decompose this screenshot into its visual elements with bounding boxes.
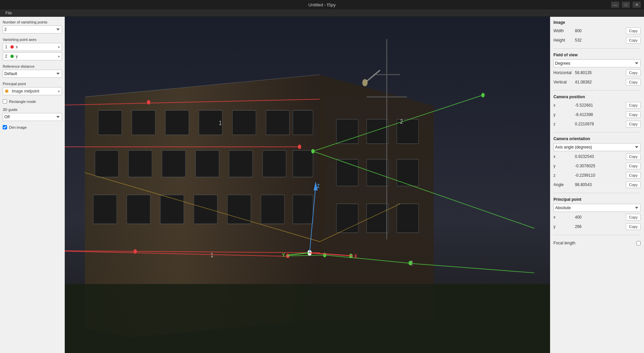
svg-rect-10 <box>266 110 289 135</box>
orient-y-value: -0.3078025 <box>575 164 625 168</box>
copy-orient-x-button[interactable]: Copy <box>626 153 641 160</box>
vertical-label: Vertical <box>553 80 574 84</box>
divider-4 <box>553 193 641 193</box>
svg-rect-24 <box>261 195 284 224</box>
principal-point-row: Image midpoint ▾ <box>3 87 62 95</box>
guide-3d-select[interactable]: Off On <box>3 113 62 121</box>
orient-x-row: x 0.9232543 Copy <box>553 153 641 161</box>
copy-vertical-button[interactable]: Copy <box>626 79 641 85</box>
horizontal-label: Horizontal <box>553 70 574 75</box>
copy-cam-z-button[interactable]: Copy <box>626 121 641 127</box>
copy-pp-x-button[interactable]: Copy <box>626 214 641 221</box>
dim-image-row: Dim image <box>3 125 62 129</box>
num-vp-section: Number of vanishing points 2 1 3 <box>3 20 62 34</box>
minimize-button[interactable]: — <box>611 2 619 8</box>
svg-rect-16 <box>229 151 253 177</box>
svg-text:X: X <box>354 253 357 259</box>
copy-orient-z-button[interactable]: Copy <box>626 172 641 179</box>
canvas-area[interactable]: 1 1 2 2 <box>65 17 550 353</box>
orient-angle-value: 98.80543 <box>575 182 625 187</box>
axis1-row: 1 x ▾ <box>3 43 62 51</box>
scene-svg: 1 1 2 2 <box>65 17 550 353</box>
svg-rect-13 <box>128 151 152 177</box>
horizontal-row: Horizontal 58.80135 Copy <box>553 69 641 77</box>
width-row: Width 800 Copy <box>553 27 641 35</box>
principal-mode-select[interactable]: Absolute Relative <box>553 204 641 212</box>
svg-rect-22 <box>194 195 217 224</box>
copy-cam-y-button[interactable]: Copy <box>626 111 641 118</box>
pp-dot <box>5 90 8 93</box>
orient-y-row: y -0.3078025 Copy <box>553 162 641 170</box>
fov-section: Field of view Degrees Radians Horizontal… <box>553 53 641 86</box>
camera-pos-title: Camera position <box>553 95 641 99</box>
cam-z-label: z <box>553 122 574 126</box>
copy-cam-x-button[interactable]: Copy <box>626 102 641 109</box>
svg-text:2: 2 <box>400 118 403 125</box>
close-button[interactable]: ✕ <box>633 2 641 8</box>
axis2-num: 2 <box>5 54 8 59</box>
pp-x-label: x <box>553 215 574 220</box>
svg-rect-40 <box>65 284 550 353</box>
orient-z-value: -0.2299110 <box>575 173 625 178</box>
horizontal-value: 58.80135 <box>575 70 625 75</box>
svg-point-56 <box>311 149 315 154</box>
focal-length-label: Focal length <box>553 241 634 245</box>
rect-mode-checkbox[interactable] <box>3 99 7 104</box>
pp-y-value: 266 <box>575 224 625 229</box>
svg-rect-34 <box>397 204 419 233</box>
height-label: Height <box>553 38 574 43</box>
maximize-button[interactable]: □ <box>622 2 630 8</box>
orient-angle-row: Angle 98.80543 Copy <box>553 181 641 189</box>
principal-point-label: Principal point <box>3 82 62 86</box>
num-vp-select[interactable]: 2 1 3 <box>3 25 62 34</box>
rect-mode-row: Rectangle mode <box>3 99 62 104</box>
cam-z-row: z 0.2210978 Copy <box>553 120 641 128</box>
dim-image-label: Dim image <box>9 125 27 129</box>
camera-position-section: Camera position x -5.522661 Copy y -8.41… <box>553 95 641 128</box>
axis2-row: 2 y ▾ <box>3 52 62 60</box>
window-title: Untitled - fSpy <box>308 2 336 7</box>
width-label: Width <box>553 28 574 33</box>
rect-mode-section: Rectangle mode <box>3 99 62 104</box>
orient-mode-select[interactable]: Axis angle (degrees) Euler angles <box>553 143 641 151</box>
num-vp-label: Number of vanishing points <box>3 20 62 24</box>
svg-text:Y: Y <box>282 252 285 258</box>
main-layout: Number of vanishing points 2 1 3 Vanishi… <box>0 17 644 353</box>
axis1-label: x <box>16 45 56 49</box>
divider-1 <box>553 48 641 49</box>
copy-horizontal-button[interactable]: Copy <box>626 69 641 76</box>
dim-image-section: Dim image <box>3 125 62 129</box>
cam-x-row: x -5.522661 Copy <box>553 101 641 109</box>
copy-pp-y-button[interactable]: Copy <box>626 223 641 230</box>
menu-file[interactable]: File <box>3 10 14 16</box>
divider-3 <box>553 132 641 132</box>
principal-point-rp-title: Principal point <box>553 197 641 202</box>
focal-length-checkbox[interactable] <box>636 241 641 245</box>
axis2-color-dot <box>10 55 14 58</box>
cam-x-value: -5.522661 <box>575 103 625 108</box>
vertical-row: Vertical 41.08382 Copy <box>553 78 641 86</box>
dim-image-checkbox[interactable] <box>3 125 7 129</box>
svg-rect-17 <box>263 151 286 177</box>
copy-height-button[interactable]: Copy <box>626 37 641 44</box>
cam-x-label: x <box>553 103 574 108</box>
copy-orient-angle-button[interactable]: Copy <box>626 181 641 188</box>
copy-width-button[interactable]: Copy <box>626 27 641 34</box>
divider-2 <box>553 90 641 91</box>
copy-orient-y-button[interactable]: Copy <box>626 163 641 169</box>
svg-point-62 <box>409 261 412 265</box>
pp-x-row: x 400 Copy <box>553 213 641 221</box>
height-row: Height 532 Copy <box>553 36 641 44</box>
principal-point-rp-section: Principal point Absolute Relative x 400 … <box>553 197 641 231</box>
image-section-title: Image <box>553 20 641 25</box>
pp-arrow-icon[interactable]: ▾ <box>58 90 60 93</box>
titlebar: Untitled - fSpy — □ ✕ <box>0 0 644 9</box>
fov-mode-select[interactable]: Degrees Radians <box>553 59 641 67</box>
svg-rect-25 <box>293 195 313 224</box>
axis1-arrow-icon[interactable]: ▾ <box>58 45 60 49</box>
principal-point-value: Image midpoint <box>12 89 56 94</box>
vp-axes-section: Vanishing point axes 1 x ▾ 2 y ▾ <box>3 38 62 60</box>
fov-section-title: Field of view <box>553 53 641 57</box>
axis2-arrow-icon[interactable]: ▾ <box>58 55 60 58</box>
ref-distance-select[interactable]: Default <box>3 70 62 78</box>
